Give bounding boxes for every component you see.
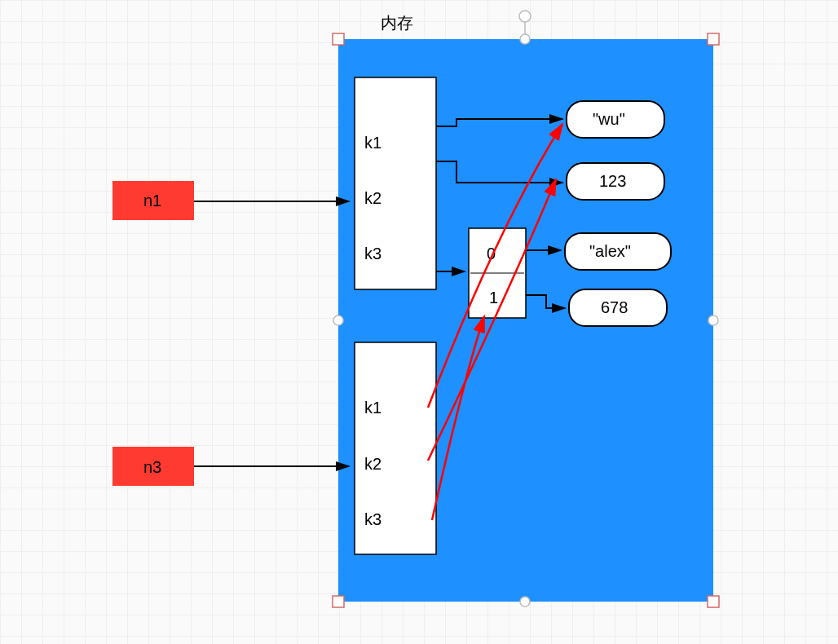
dict2-k1: k1	[364, 399, 382, 417]
value-678-label: 678	[601, 298, 628, 316]
value-wu-label: "wu"	[593, 110, 625, 128]
selection-handle[interactable]	[520, 597, 530, 607]
memory-title: 内存	[381, 14, 413, 32]
dict1-k3: k3	[364, 245, 382, 262]
dict2-k3: k3	[364, 510, 382, 528]
list-idx-1: 1	[489, 289, 498, 307]
rotation-handle[interactable]	[519, 11, 531, 22]
selection-handle[interactable]	[708, 596, 719, 607]
dict2-k2: k2	[364, 455, 382, 473]
variable-n1-label: n1	[143, 192, 161, 210]
value-alex-label: "alex"	[589, 242, 631, 260]
selection-handle[interactable]	[520, 34, 530, 44]
selection-handle[interactable]	[708, 33, 719, 45]
selection-handle[interactable]	[333, 315, 343, 325]
variable-n3-label: n3	[143, 458, 161, 476]
memory-diagram[interactable]: 内存 n1 n3 k1 k2 k3 k1 k2 k3 0 1 "wu" 123 …	[0, 0, 838, 644]
selection-handle[interactable]	[708, 315, 718, 325]
dict1-k1: k1	[364, 134, 382, 152]
value-123-label: 123	[599, 172, 626, 190]
selection-handle[interactable]	[333, 596, 344, 607]
selection-handle[interactable]	[333, 33, 344, 45]
dict1-k2: k2	[364, 189, 382, 207]
